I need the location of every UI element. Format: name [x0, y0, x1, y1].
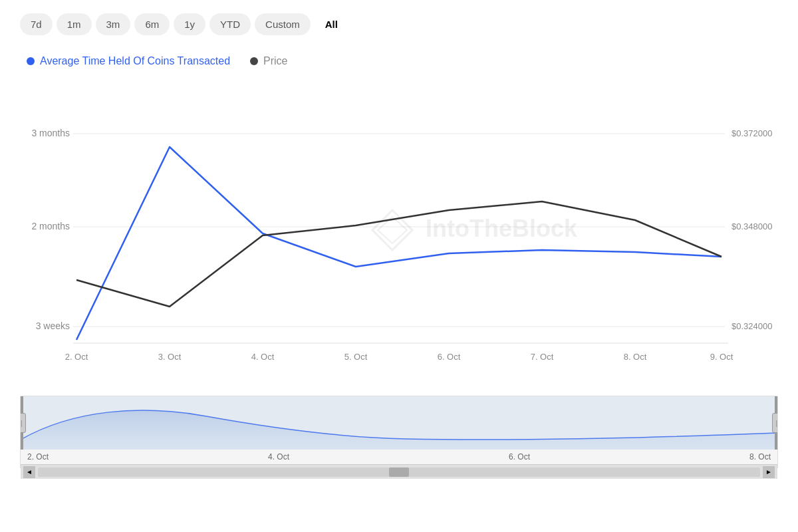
- x-label-1: 2. Oct: [65, 352, 88, 362]
- chart-svg-container: 3 months 2 months 3 weeks $0.372000 $0.3…: [20, 80, 778, 389]
- minimap-date-3: 6. Oct: [509, 452, 530, 462]
- legend-item-1: Price: [250, 55, 287, 67]
- minimap-handle-right[interactable]: ||: [772, 413, 777, 433]
- y-label-3weeks: 3 weeks: [36, 321, 70, 331]
- scroll-track[interactable]: |||: [38, 467, 760, 477]
- minimap-date-4: 8. Oct: [749, 452, 771, 462]
- legend-dot-0: [27, 57, 35, 65]
- filter-btn-1m[interactable]: 1m: [57, 13, 92, 35]
- filter-btn-7d[interactable]: 7d: [20, 13, 53, 35]
- x-label-5: 6. Oct: [438, 352, 461, 362]
- y-label-2months: 2 months: [31, 221, 70, 231]
- svg-text:IntoTheBlock: IntoTheBlock: [426, 215, 578, 242]
- minimap-dates: 2. Oct 4. Oct 6. Oct 8. Oct: [21, 450, 777, 464]
- filter-btn-custom[interactable]: Custom: [255, 13, 311, 35]
- main-container: 7d1m3m6m1yYTDCustomAll Average Time Held…: [0, 0, 798, 482]
- watermark: IntoTheBlock: [372, 210, 578, 250]
- minimap-date-2: 4. Oct: [268, 452, 289, 462]
- main-chart-svg: 3 months 2 months 3 weeks $0.372000 $0.3…: [20, 80, 778, 386]
- scroll-right-arrow[interactable]: ►: [763, 466, 775, 478]
- scrollbar: ◄ ||| ►: [21, 464, 777, 479]
- legend-item-0: Average Time Held Of Coins Transacted: [27, 55, 230, 67]
- filter-btn-all[interactable]: All: [315, 13, 348, 35]
- y-label-3months: 3 months: [31, 128, 70, 138]
- filter-btn-1y[interactable]: 1y: [174, 13, 205, 35]
- minimap-svg: [21, 396, 777, 450]
- minimap-inner: || ||: [21, 396, 777, 450]
- x-label-4: 5. Oct: [344, 352, 368, 362]
- time-filter-bar: 7d1m3m6m1yYTDCustomAll: [20, 13, 778, 35]
- filter-btn-3m[interactable]: 3m: [96, 13, 131, 35]
- chart-legend: Average Time Held Of Coins TransactedPri…: [20, 55, 778, 67]
- y-right-label-2: $0.348000: [732, 221, 772, 231]
- x-label-3: 4. Oct: [251, 352, 275, 362]
- filter-btn-6m[interactable]: 6m: [134, 13, 170, 35]
- filter-btn-ytd[interactable]: YTD: [209, 13, 251, 35]
- minimap-handle-left[interactable]: ||: [21, 413, 26, 433]
- minimap-selection-rect: [21, 396, 777, 450]
- legend-label-1: Price: [263, 55, 287, 67]
- x-label-2: 3. Oct: [158, 352, 182, 362]
- legend-dot-1: [250, 57, 258, 65]
- legend-label-0: Average Time Held Of Coins Transacted: [40, 55, 230, 67]
- y-right-label-1: $0.372000: [732, 128, 772, 138]
- x-label-7: 8. Oct: [624, 352, 647, 362]
- x-label-6: 7. Oct: [531, 352, 554, 362]
- scroll-left-arrow[interactable]: ◄: [23, 466, 35, 478]
- scroll-thumb[interactable]: [389, 467, 409, 477]
- chart-wrapper: 3 months 2 months 3 weeks $0.372000 $0.3…: [20, 80, 778, 469]
- x-label-8: 9. Oct: [710, 352, 733, 362]
- minimap-container: || || 2. Oct 4. Oct 6. Oct 8. Oct ◄ ||| …: [20, 396, 778, 469]
- y-right-label-3: $0.324000: [732, 321, 772, 331]
- minimap-date-1: 2. Oct: [27, 452, 49, 462]
